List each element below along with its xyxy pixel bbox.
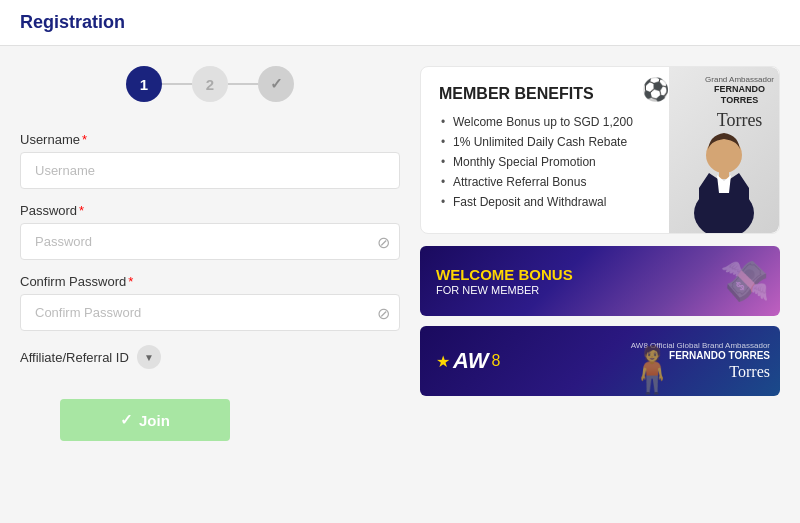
step-1: 1 [126, 66, 162, 102]
password-label: Password* [20, 203, 400, 218]
password-input-wrapper: ⊘ [20, 223, 400, 260]
confirm-password-input-wrapper: ⊘ [20, 294, 400, 331]
welcome-bonus-banner[interactable]: WELCOME BONUS FOR NEW MEMBER 💸 [420, 246, 780, 316]
aw8-banner[interactable]: ★ AW 8 AW8 Official Global Brand Ambassa… [420, 326, 780, 396]
step-line-1 [162, 83, 192, 85]
username-input-wrapper [20, 152, 400, 189]
welcome-bonus-subtitle: FOR NEW MEMBER [436, 284, 573, 296]
main-content: 1 2 ✓ Username* Password* [0, 46, 800, 461]
aw8-8-icon: 8 [491, 352, 500, 370]
affiliate-row: Affiliate/Referral ID ▼ [20, 345, 400, 369]
ambassador-signature: Torres [705, 110, 774, 131]
confirm-password-input[interactable] [20, 294, 400, 331]
step-2: 2 [192, 66, 228, 102]
welcome-bonus-title: WELCOME BONUS [436, 266, 573, 284]
affiliate-label: Affiliate/Referral ID [20, 350, 129, 365]
page-title: Registration [20, 12, 780, 33]
step-line-2 [228, 83, 258, 85]
right-panel: MEMBER BENEFITS Welcome Bonus up to SGD … [420, 66, 780, 441]
confirm-password-group: Confirm Password* ⊘ [20, 274, 400, 331]
football-decoration: ⚽ [642, 77, 669, 103]
confirm-password-label: Confirm Password* [20, 274, 400, 289]
aw8-logo-text: AW [453, 348, 488, 374]
confirm-toggle-icon[interactable]: ⊘ [377, 303, 390, 322]
username-required: * [82, 132, 87, 147]
affiliate-dropdown-toggle[interactable]: ▼ [137, 345, 161, 369]
welcome-bonus-text: WELCOME BONUS FOR NEW MEMBER [436, 266, 573, 296]
password-input[interactable] [20, 223, 400, 260]
page-header: Registration [0, 0, 800, 46]
aw8-star-icon: ★ [436, 352, 450, 371]
password-required: * [79, 203, 84, 218]
ambassador-prefix-text: Grand Ambassador [705, 75, 774, 84]
benefits-card: MEMBER BENEFITS Welcome Bonus up to SGD … [420, 66, 780, 234]
confirm-required: * [128, 274, 133, 289]
aw8-logo: ★ AW 8 [436, 348, 500, 374]
password-toggle-icon[interactable]: ⊘ [377, 232, 390, 251]
username-input[interactable] [20, 152, 400, 189]
aw8-person-icon: 🧍 [624, 343, 680, 396]
join-button-wrapper: ✓ Join [20, 399, 400, 441]
checkmark-icon: ✓ [120, 411, 133, 429]
svg-rect-2 [719, 169, 729, 179]
password-group: Password* ⊘ [20, 203, 400, 260]
chevron-down-icon: ▼ [144, 352, 154, 363]
step-3: ✓ [258, 66, 294, 102]
username-label: Username* [20, 132, 400, 147]
banner-decoration: 💸 [720, 246, 770, 316]
left-panel: 1 2 ✓ Username* Password* [20, 66, 400, 441]
join-button[interactable]: ✓ Join [60, 399, 230, 441]
ambassador-figure: Grand Ambassador FERNANDO TORRES Torres [669, 67, 779, 233]
username-group: Username* [20, 132, 400, 189]
aw8-ambassador-name: FERNANDO TORRES [669, 350, 770, 361]
ambassador-name-text: FERNANDO TORRES [705, 84, 774, 106]
registration-stepper: 1 2 ✓ [20, 66, 400, 102]
aw8-signature: Torres [729, 363, 770, 381]
